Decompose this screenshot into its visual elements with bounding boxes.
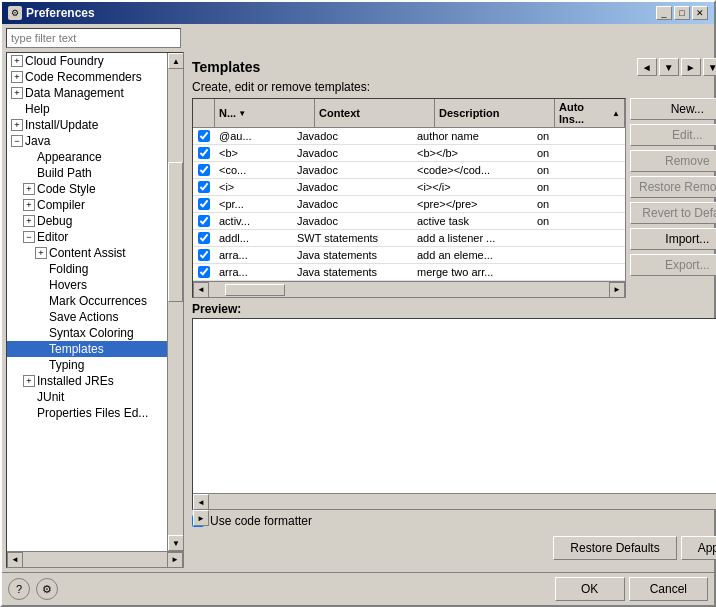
checkbox-2[interactable] xyxy=(198,164,210,176)
minimize-button[interactable]: _ xyxy=(656,6,672,20)
preview-hscroll-right[interactable]: ► xyxy=(193,510,209,526)
row-check-7[interactable] xyxy=(193,247,215,263)
templates-table: N... ▼ Context Description Auto Ins... xyxy=(192,98,626,298)
restore-defaults-button[interactable]: Restore Defaults xyxy=(553,536,676,560)
hscroll-right-arrow[interactable]: ► xyxy=(167,552,183,568)
table-row[interactable]: <pr... Javadoc <pre></pre> on xyxy=(193,196,625,213)
checkbox-0[interactable] xyxy=(198,130,210,142)
tree-item-installed-jres[interactable]: + Installed JREs xyxy=(7,373,167,389)
tree-item-install-update[interactable]: + Install/Update xyxy=(7,117,167,133)
row-check-8[interactable] xyxy=(193,264,215,280)
expand-icon-data-management[interactable]: + xyxy=(11,87,23,99)
nav-back-dropdown[interactable]: ▼ xyxy=(659,58,679,76)
tree-item-data-management[interactable]: + Data Management xyxy=(7,85,167,101)
checkbox-1[interactable] xyxy=(198,147,210,159)
table-hscroll-left[interactable]: ◄ xyxy=(193,282,209,298)
import-button[interactable]: Import... xyxy=(630,228,716,250)
vscroll-thumb[interactable] xyxy=(168,162,183,302)
expand-icon-install-update[interactable]: + xyxy=(11,119,23,131)
nav-forward-button[interactable]: ► xyxy=(681,58,701,76)
tree-item-code-style[interactable]: + Code Style xyxy=(7,181,167,197)
tree-item-code-recommenders[interactable]: + Code Recommenders xyxy=(7,69,167,85)
tree-item-folding[interactable]: Folding xyxy=(7,261,167,277)
close-button[interactable]: ✕ xyxy=(692,6,708,20)
cancel-button[interactable]: Cancel xyxy=(629,577,708,601)
row-check-0[interactable] xyxy=(193,128,215,144)
bottom-buttons: Restore Defaults Apply xyxy=(192,532,716,562)
nav-forward-dropdown[interactable]: ▼ xyxy=(703,58,716,76)
maximize-button[interactable]: □ xyxy=(674,6,690,20)
expand-icon-editor[interactable]: − xyxy=(23,231,35,243)
tree-item-compiler[interactable]: + Compiler xyxy=(7,197,167,213)
table-row[interactable]: addl... SWT statements add a listener ..… xyxy=(193,230,625,247)
preview-hscroll-left[interactable]: ◄ xyxy=(193,494,209,510)
remove-button[interactable]: Remove xyxy=(630,150,716,172)
tree-item-typing[interactable]: Typing xyxy=(7,357,167,373)
expand-icon-installed-jres[interactable]: + xyxy=(23,375,35,387)
th-description[interactable]: Description xyxy=(435,99,555,127)
tree-item-templates[interactable]: Templates xyxy=(7,341,167,357)
tree-item-junit[interactable]: JUnit xyxy=(7,389,167,405)
tree-item-properties-files[interactable]: Properties Files Ed... xyxy=(7,405,167,421)
expand-icon-content-assist[interactable]: + xyxy=(35,247,47,259)
expand-icon-compiler[interactable]: + xyxy=(23,199,35,211)
tree-item-appearance[interactable]: Appearance xyxy=(7,149,167,165)
tree-item-cloud-foundry[interactable]: + Cloud Foundry xyxy=(7,53,167,69)
table-row[interactable]: arra... Java statements merge two arr... xyxy=(193,264,625,281)
table-row[interactable]: @au... Javadoc author name on xyxy=(193,128,625,145)
apply-button[interactable]: Apply xyxy=(681,536,716,560)
tree-item-mark-occurrences[interactable]: Mark Occurrences xyxy=(7,293,167,309)
expand-icon-debug[interactable]: + xyxy=(23,215,35,227)
table-hscroll-thumb[interactable] xyxy=(225,284,285,296)
expand-icon-code-recommenders[interactable]: + xyxy=(11,71,23,83)
hscroll-left-arrow[interactable]: ◄ xyxy=(7,552,23,568)
filter-input[interactable] xyxy=(6,28,181,48)
th-name[interactable]: N... ▼ xyxy=(215,99,315,127)
tree-item-help[interactable]: Help xyxy=(7,101,167,117)
vscroll-up-arrow[interactable]: ▲ xyxy=(168,53,183,69)
table-row[interactable]: <co... Javadoc <code></cod... on xyxy=(193,162,625,179)
table-row[interactable]: arra... Java statements add an eleme... xyxy=(193,247,625,264)
checkbox-8[interactable] xyxy=(198,266,210,278)
checkbox-3[interactable] xyxy=(198,181,210,193)
row-check-1[interactable] xyxy=(193,145,215,161)
table-row[interactable]: <b> Javadoc <b></b> on xyxy=(193,145,625,162)
table-row[interactable]: activ... Javadoc active task on xyxy=(193,213,625,230)
tree-item-save-actions[interactable]: Save Actions xyxy=(7,309,167,325)
edit-button[interactable]: Edit... xyxy=(630,124,716,146)
expand-icon-cloud-foundry[interactable]: + xyxy=(11,55,23,67)
checkbox-5[interactable] xyxy=(198,215,210,227)
table-hscroll-right[interactable]: ► xyxy=(609,282,625,298)
expand-icon-code-style[interactable]: + xyxy=(23,183,35,195)
tree-item-java[interactable]: − Java xyxy=(7,133,167,149)
tree-item-content-assist[interactable]: + Content Assist xyxy=(7,245,167,261)
checkbox-4[interactable] xyxy=(198,198,210,210)
tree-item-hovers[interactable]: Hovers xyxy=(7,277,167,293)
ok-button[interactable]: OK xyxy=(555,577,625,601)
tree-item-build-path[interactable]: Build Path xyxy=(7,165,167,181)
table-row[interactable]: <i> Javadoc <i></i> on xyxy=(193,179,625,196)
row-check-5[interactable] xyxy=(193,213,215,229)
row-check-2[interactable] xyxy=(193,162,215,178)
th-context[interactable]: Context xyxy=(315,99,435,127)
help-icon-button[interactable]: ? xyxy=(8,578,30,600)
checkbox-6[interactable] xyxy=(198,232,210,244)
tree-scroll[interactable]: + Cloud Foundry + Code Recommenders + Da… xyxy=(7,53,167,551)
th-auto-insert[interactable]: Auto Ins... ▲ xyxy=(555,99,625,127)
new-button[interactable]: New... xyxy=(630,98,716,120)
restore-removed-button[interactable]: Restore Removed xyxy=(630,176,716,198)
tree-item-debug[interactable]: + Debug xyxy=(7,213,167,229)
row-check-6[interactable] xyxy=(193,230,215,246)
vscroll-down-arrow[interactable]: ▼ xyxy=(168,535,183,551)
row-check-4[interactable] xyxy=(193,196,215,212)
panel-description: Create, edit or remove templates: xyxy=(192,80,716,94)
expand-icon-java[interactable]: − xyxy=(11,135,23,147)
checkbox-7[interactable] xyxy=(198,249,210,261)
revert-to-default-button[interactable]: Revert to Default xyxy=(630,202,716,224)
row-check-3[interactable] xyxy=(193,179,215,195)
preferences-icon-button[interactable]: ⚙ xyxy=(36,578,58,600)
nav-back-button[interactable]: ◄ xyxy=(637,58,657,76)
tree-item-syntax-coloring[interactable]: Syntax Coloring xyxy=(7,325,167,341)
tree-item-editor[interactable]: − Editor xyxy=(7,229,167,245)
export-button[interactable]: Export... xyxy=(630,254,716,276)
